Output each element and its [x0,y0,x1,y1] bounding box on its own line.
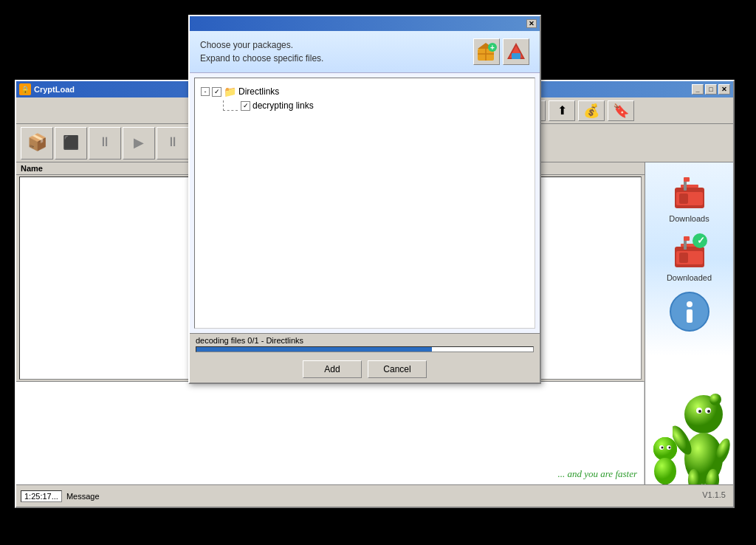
mascot-area [645,352,733,484]
right-sidebar: Downloads ✓ Do [645,162,733,484]
add-button[interactable]: 📦 [21,127,53,160]
stop-button[interactable]: ⬛ [55,127,87,160]
version: V1.1.5 [702,490,726,499]
downloads-label: Downloads [669,214,709,223]
dialog-header-line1: Choose your packages. [200,38,323,52]
tagline: ... and you are faster [558,468,637,480]
svg-point-15 [687,301,693,307]
tree-child-label: decrypting links [252,100,314,111]
svg-rect-16 [687,309,693,323]
tree-root-label: Directlinks [238,86,279,97]
tree-root-checkbox[interactable]: ✓ [212,87,221,97]
svg-text:+: + [490,44,495,52]
dialog-title-bar: ✕ [190,16,540,31]
svg-point-25 [669,447,671,449]
downloads-button[interactable]: Downloads [656,170,723,223]
add-icon: 📦 [27,133,47,152]
svg-rect-5 [679,193,688,204]
dialog-progress-fill [196,347,432,352]
info-button[interactable] [669,291,710,332]
pause2-icon: ⏸ [166,134,179,150]
stop-icon: ⬛ [63,134,79,151]
upload-arrow-btn[interactable]: ⬆ [549,100,575,121]
pause-button[interactable]: ⏸ [89,127,121,160]
svg-text:✓: ✓ [697,235,705,246]
play-button[interactable]: ▶ [123,127,155,160]
theme-icon-btn[interactable] [503,38,529,65]
app-icon: 🔒 [19,83,31,95]
minimize-button[interactable]: _ [692,84,704,95]
downloaded-button[interactable]: ✓ Downloaded [656,229,723,282]
dialog-header-icons: + [473,38,529,65]
dialog-status-bar: decoding files 0/1 - Directlinks [190,333,540,356]
package-dialog: ✕ Choose your packages. Expand to choose… [188,15,541,384]
svg-point-35 [707,410,710,413]
cancel-button[interactable]: Cancel [368,360,427,378]
svg-rect-11 [679,253,688,263]
svg-point-24 [662,447,664,449]
status-message: Message [66,492,100,501]
dialog-tree-body: - ✓ 📁 Directlinks ✓ decrypting links [194,78,535,329]
svg-rect-45 [512,53,520,59]
tree-root-item[interactable]: - ✓ 📁 Directlinks [201,84,529,99]
svg-point-36 [709,394,721,405]
dialog-footer: Add Cancel [190,356,540,383]
tree-expand-btn[interactable]: - [201,87,210,96]
title-bar-buttons: _ □ ✕ [692,84,730,95]
downloaded-icon: ✓ [667,229,712,273]
restore-button[interactable]: □ [705,84,717,95]
log-area [16,381,645,484]
pause2-button[interactable]: ⏸ [157,127,189,160]
add-package-icon-btn[interactable]: + [473,38,500,65]
dialog-header-text: Choose your packages. Expand to choose s… [200,38,323,65]
settings-btn[interactable]: 🔖 [608,100,634,121]
pause-icon: ⏸ [98,134,111,150]
money-btn[interactable]: 💰 [578,100,605,121]
play-icon: ▶ [134,134,144,151]
dialog-header: Choose your packages. Expand to choose s… [190,31,540,73]
svg-rect-1 [681,185,698,188]
dialog-status-text: decoding files 0/1 - Directlinks [196,336,534,345]
dialog-progress-bar [196,346,534,352]
tree-connector [223,100,238,111]
status-bar: 1:25:17... Message [16,484,733,507]
downloaded-label: Downloaded [667,273,712,282]
folder-icon: 📁 [224,86,236,97]
svg-point-34 [698,410,701,413]
add-button[interactable]: Add [303,360,362,378]
dialog-header-line2: Expand to choose specific files. [200,52,323,65]
svg-rect-9 [684,236,690,241]
tree-child-item: ✓ decrypting links [223,99,529,112]
svg-rect-3 [684,177,690,182]
name-column-header: Name [21,164,43,173]
dialog-close-button[interactable]: ✕ [526,19,537,28]
close-button[interactable]: ✕ [718,84,730,95]
downloads-icon [667,170,712,214]
tree-child-checkbox[interactable]: ✓ [241,101,250,111]
status-time: 1:25:17... [21,490,62,502]
